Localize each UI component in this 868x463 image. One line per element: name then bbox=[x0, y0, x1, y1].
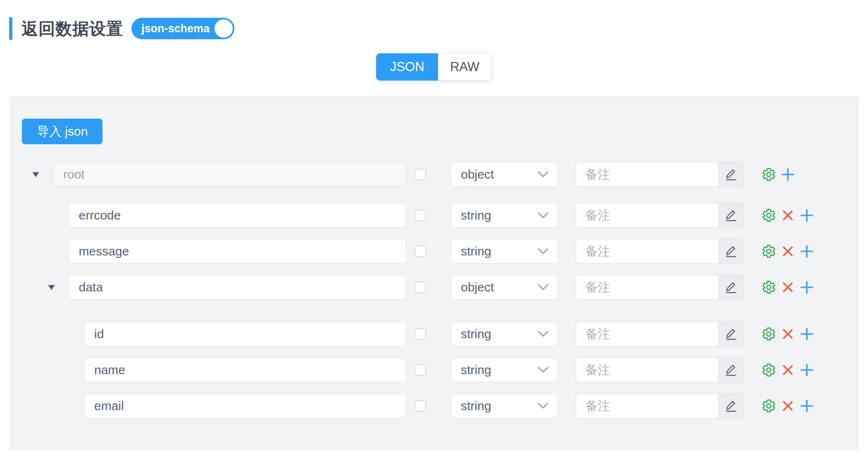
remark-group bbox=[576, 162, 744, 187]
collapse-caret-icon[interactable] bbox=[30, 172, 53, 177]
delete-icon[interactable] bbox=[780, 280, 795, 295]
chevron-down-icon bbox=[538, 212, 548, 219]
edit-remark-button[interactable] bbox=[718, 203, 744, 228]
required-checkbox[interactable] bbox=[415, 328, 426, 340]
indent-spacer bbox=[30, 406, 61, 406]
type-select[interactable]: object bbox=[451, 162, 558, 187]
field-name-input[interactable] bbox=[69, 239, 407, 264]
edit-icon bbox=[724, 208, 738, 222]
row-actions bbox=[761, 280, 814, 295]
type-select-value: string bbox=[461, 208, 491, 222]
schema-row: string bbox=[30, 394, 859, 418]
required-checkbox[interactable] bbox=[415, 169, 426, 180]
remark-input[interactable] bbox=[576, 322, 718, 346]
add-field-icon[interactable] bbox=[799, 327, 814, 341]
edit-remark-button[interactable] bbox=[718, 394, 744, 418]
required-checkbox[interactable] bbox=[415, 282, 426, 293]
tab-json[interactable]: JSON bbox=[376, 53, 438, 81]
add-field-icon[interactable] bbox=[799, 399, 814, 413]
page-title: 返回数据设置 bbox=[21, 17, 123, 40]
add-field-icon[interactable] bbox=[799, 280, 814, 295]
edit-remark-button[interactable] bbox=[718, 275, 744, 300]
field-name-input[interactable] bbox=[84, 394, 406, 418]
indent-spacer bbox=[30, 251, 45, 252]
field-name-section bbox=[30, 203, 406, 228]
field-name-section bbox=[30, 322, 406, 346]
field-name-input[interactable] bbox=[69, 275, 407, 300]
type-select[interactable]: string bbox=[451, 394, 558, 418]
remark-input[interactable] bbox=[576, 358, 718, 382]
remark-group bbox=[576, 275, 744, 300]
chevron-down-icon bbox=[538, 248, 548, 255]
required-checkbox[interactable] bbox=[415, 364, 426, 376]
toggle-label: json-schema bbox=[141, 22, 210, 35]
type-select[interactable]: object bbox=[451, 275, 558, 300]
add-field-icon[interactable] bbox=[799, 208, 814, 223]
remark-input[interactable] bbox=[576, 203, 718, 228]
field-name-input[interactable] bbox=[69, 203, 407, 228]
settings-icon[interactable] bbox=[761, 280, 776, 295]
remark-input[interactable] bbox=[576, 162, 718, 187]
edit-remark-button[interactable] bbox=[718, 358, 744, 382]
json-schema-toggle[interactable]: json-schema bbox=[131, 18, 234, 39]
settings-icon[interactable] bbox=[761, 208, 776, 223]
schema-row: string bbox=[30, 239, 859, 264]
indent-spacer bbox=[30, 334, 61, 334]
field-name-section bbox=[30, 394, 406, 418]
edit-remark-button[interactable] bbox=[718, 322, 744, 346]
type-select[interactable]: string bbox=[451, 239, 558, 264]
edit-remark-button[interactable] bbox=[718, 239, 744, 264]
settings-icon[interactable] bbox=[761, 399, 776, 413]
remark-input[interactable] bbox=[576, 394, 718, 418]
remark-input[interactable] bbox=[576, 275, 718, 300]
chevron-down-icon bbox=[538, 367, 548, 373]
type-select[interactable]: string bbox=[451, 358, 558, 382]
field-name-input[interactable] bbox=[84, 322, 406, 346]
delete-icon[interactable] bbox=[780, 244, 795, 259]
tab-raw[interactable]: RAW bbox=[438, 53, 492, 81]
collapse-caret-icon[interactable] bbox=[45, 285, 69, 290]
settings-icon[interactable] bbox=[761, 327, 776, 341]
delete-icon[interactable] bbox=[780, 363, 795, 377]
delete-icon[interactable] bbox=[780, 327, 795, 341]
type-select[interactable]: string bbox=[451, 322, 558, 346]
field-name-section bbox=[30, 239, 406, 264]
required-checkbox[interactable] bbox=[415, 400, 426, 412]
edit-remark-button[interactable] bbox=[718, 162, 744, 187]
indent-spacer bbox=[30, 215, 45, 216]
schema-editor-panel: 导入 json object bbox=[9, 96, 859, 451]
chevron-down-icon bbox=[538, 171, 548, 178]
type-select[interactable]: string bbox=[451, 203, 558, 228]
delete-icon[interactable] bbox=[780, 399, 795, 413]
chevron-down-icon bbox=[538, 284, 548, 291]
row-actions bbox=[761, 363, 814, 377]
indent-spacer bbox=[30, 287, 45, 288]
add-field-icon[interactable] bbox=[799, 244, 814, 259]
add-field-icon[interactable] bbox=[799, 363, 814, 377]
edit-icon bbox=[724, 327, 738, 341]
type-select-value: string bbox=[461, 244, 491, 258]
add-field-icon[interactable] bbox=[780, 167, 795, 182]
schema-rows: object bbox=[22, 162, 859, 418]
settings-icon[interactable] bbox=[761, 363, 776, 377]
field-name-input[interactable] bbox=[53, 162, 406, 187]
import-json-button[interactable]: 导入 json bbox=[22, 119, 103, 144]
type-select-value: object bbox=[461, 280, 494, 294]
schema-row: string bbox=[30, 322, 859, 346]
toggle-knob-icon bbox=[215, 19, 233, 38]
settings-icon[interactable] bbox=[761, 167, 776, 182]
required-checkbox[interactable] bbox=[415, 246, 426, 257]
page-header: 返回数据设置 json-schema bbox=[9, 17, 868, 40]
field-name-input[interactable] bbox=[84, 358, 406, 382]
delete-icon[interactable] bbox=[780, 208, 795, 223]
settings-icon[interactable] bbox=[761, 244, 776, 259]
view-tabs-bar: JSON RAW bbox=[0, 53, 868, 81]
edit-icon bbox=[724, 280, 738, 294]
accent-bar bbox=[9, 17, 12, 40]
row-actions bbox=[761, 244, 814, 259]
edit-icon bbox=[724, 244, 738, 258]
remark-input[interactable] bbox=[576, 239, 718, 264]
required-checkbox[interactable] bbox=[415, 210, 426, 221]
chevron-down-icon bbox=[538, 403, 548, 409]
remark-group bbox=[576, 322, 744, 346]
